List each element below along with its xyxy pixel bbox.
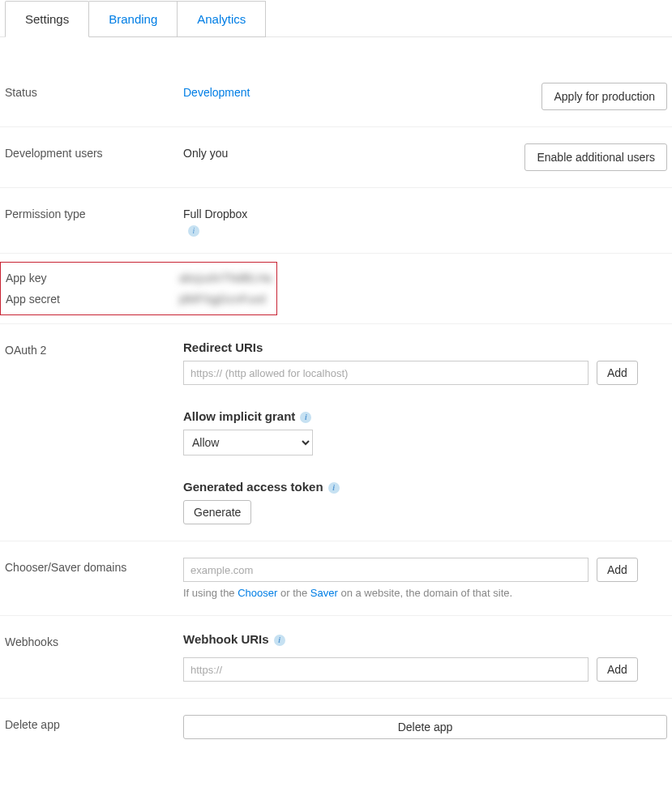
keys-highlight: App key abcjushrTNdBLHa App secret jdklF… [0, 262, 277, 315]
status-value[interactable]: Development [183, 83, 532, 110]
apply-production-button[interactable]: Apply for production [541, 83, 667, 110]
devusers-label: Development users [5, 143, 183, 171]
info-icon[interactable] [328, 482, 340, 494]
implicit-select[interactable]: Allow [183, 430, 313, 456]
chooser-add-button[interactable]: Add [597, 558, 638, 582]
redirect-uri-input[interactable] [183, 361, 589, 385]
info-icon[interactable] [300, 412, 311, 423]
appkey-label: App key [1, 272, 179, 284]
delete-label: Delete app [5, 715, 183, 739]
webhook-uri-input[interactable] [183, 657, 589, 682]
tab-settings[interactable]: Settings [5, 1, 89, 37]
row-permission: Permission type Full Dropbox [0, 188, 672, 254]
appsecret-value: jdklFSgjGcnFuxd [179, 293, 266, 306]
row-devusers: Development users Only you Enable additi… [0, 127, 672, 188]
permission-value: Full Dropbox [183, 204, 667, 237]
webhook-heading: Webhook URIs [183, 632, 667, 646]
implicit-heading: Allow implicit grant [183, 409, 667, 423]
tab-analytics[interactable]: Analytics [178, 1, 266, 37]
row-keys: App key abcjushrTNdBLHa App secret jdklF… [0, 254, 672, 324]
info-icon[interactable] [274, 635, 285, 646]
permission-label: Permission type [5, 204, 183, 237]
webhook-add-button[interactable]: Add [597, 657, 638, 682]
row-status: Status Development Apply for production [0, 37, 672, 127]
row-webhooks: Webhooks Webhook URIs Add [0, 616, 672, 699]
enable-users-button[interactable]: Enable additional users [524, 143, 667, 171]
tabs: Settings Branding Analytics [0, 0, 672, 37]
chooser-label: Chooser/Saver domains [5, 558, 183, 599]
chooser-domain-input[interactable] [183, 558, 589, 582]
appsecret-label: App secret [1, 293, 179, 306]
row-oauth: OAuth 2 Redirect URIs Add Allow implicit… [0, 324, 672, 541]
oauth-label: OAuth 2 [5, 340, 183, 524]
appkey-value: abcjushrTNdBLHa [179, 272, 272, 284]
status-label: Status [5, 83, 183, 110]
token-heading: Generated access token [183, 480, 667, 494]
generate-token-button[interactable]: Generate [183, 500, 251, 524]
redirect-uris-heading: Redirect URIs [183, 340, 667, 354]
row-delete: Delete app Delete app [0, 699, 672, 755]
saver-link[interactable]: Saver [310, 587, 338, 599]
redirect-add-button[interactable]: Add [597, 361, 638, 385]
chooser-hint: If using the Chooser or the Saver on a w… [183, 587, 667, 599]
devusers-value: Only you [183, 143, 515, 171]
info-icon[interactable] [188, 225, 199, 237]
chooser-link[interactable]: Chooser [238, 587, 277, 599]
delete-app-button[interactable]: Delete app [183, 715, 667, 739]
row-chooser: Chooser/Saver domains Add If using the C… [0, 541, 672, 616]
webhooks-label: Webhooks [5, 632, 183, 682]
tab-branding[interactable]: Branding [89, 1, 178, 37]
